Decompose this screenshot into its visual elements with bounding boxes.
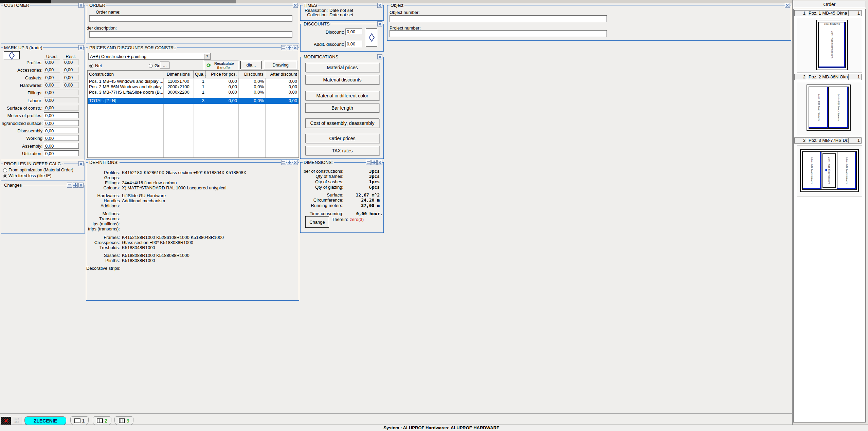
price-mode-dropdown[interactable]: A+B) Construction + painting ▼ [88, 53, 211, 60]
markup-used-field: 0,00 [44, 59, 60, 65]
position-1-thumbnail[interactable]: 1027,5x1627,5 24=4+4/16 float+niskoem. [797, 18, 862, 73]
markup-input-field[interactable]: 0,00 [44, 120, 79, 126]
tab-zlecenie-label: ZLECENIE [34, 418, 57, 424]
minimize-icon[interactable] [366, 160, 371, 165]
order-sidebar-titlebar[interactable]: Order [793, 1, 866, 8]
gross-radio[interactable] [149, 63, 153, 68]
maximize-icon[interactable] [287, 45, 292, 50]
list-item-qty[interactable]: 1 [848, 137, 862, 144]
from-optimization-radio[interactable] [3, 168, 7, 173]
list-item-qty[interactable]: 1 [848, 74, 862, 80]
order-name-input[interactable] [89, 15, 292, 22]
more-options-button[interactable]: ... [160, 61, 169, 69]
col-header-discounts[interactable]: Discounts [238, 71, 265, 78]
minimize-icon[interactable] [67, 183, 72, 188]
list-item-qty[interactable]: 1 [848, 10, 862, 16]
markup-input-field[interactable]: 0,00 [44, 135, 79, 141]
col-header-after-discount[interactable]: After discount [265, 71, 299, 78]
recalculate-offer-button[interactable]: ⟳ Recalculate the offer [204, 60, 239, 71]
tab-zlecenie[interactable]: ZLECENIE [24, 416, 66, 425]
price-mode-value: A+B) Construction + painting [90, 54, 146, 59]
markup-input-field[interactable]: 0,00 [44, 150, 79, 156]
list-item-label[interactable]: Poz. 2 MB-86N Okna [807, 74, 849, 80]
change-button[interactable]: Change [305, 216, 329, 228]
customer-panel-title: CUSTOMER [3, 3, 30, 8]
order-sidebar: Order 1 Poz. 1 MB-45 Okna 1 1027,5x1627,… [793, 0, 868, 425]
col-header-construction[interactable]: Construction [88, 71, 163, 78]
markup-row-label: Fillings: [2, 90, 42, 95]
dimension-label: Running meters: [301, 203, 343, 208]
col-header-dimensions[interactable]: Dimensions [163, 71, 194, 78]
minimize-icon[interactable] [281, 45, 286, 50]
status-bar-text: System : ALUPROF Hardwares: ALUPROF-HARD… [383, 425, 499, 430]
close-icon[interactable] [293, 45, 298, 50]
markup-input-field[interactable]: 0,00 [44, 112, 79, 118]
close-icon[interactable] [78, 183, 84, 188]
discount-input[interactable] [345, 29, 362, 35]
definition-label: Frames: [86, 235, 120, 240]
list-item[interactable]: 3 [794, 137, 807, 144]
bar-length-button[interactable]: Bar length [305, 103, 379, 113]
table-total-row[interactable]: TOTAL: [PLN] 30,00 0,0%0,00 [88, 98, 299, 104]
close-icon[interactable] [377, 160, 382, 165]
close-icon[interactable] [377, 54, 382, 59]
from-optimization-label: From optimization (Material Order) [8, 168, 73, 173]
tax-rates-button[interactable]: TAX rates [305, 146, 379, 155]
col-header-quantity[interactable]: Qua... [194, 71, 206, 78]
definition-label: Hardwares: [86, 193, 120, 198]
table-row[interactable]: Pos. 1 MB-45 Windows and display ...1100… [88, 79, 299, 85]
list-item-label[interactable]: Poz. 1 MB-45 Okna [807, 10, 849, 16]
cost-assembly-button[interactable]: Cost of assembly, deassembly [305, 118, 379, 128]
chevron-down-icon[interactable]: ▼ [204, 54, 210, 59]
tab-position-1[interactable]: 1 [70, 416, 89, 425]
drawing-button[interactable]: Drawing [264, 61, 297, 69]
net-radio[interactable] [89, 63, 93, 68]
order-prices-button[interactable]: Order prices [305, 134, 379, 143]
object-number-input[interactable] [390, 15, 607, 22]
dimension-label: Qty of frames: [301, 174, 343, 179]
window-3-icon [119, 418, 125, 423]
dimension-value: 12,67 m^2 [345, 192, 380, 198]
maximize-icon[interactable] [287, 160, 292, 165]
markup-input-field[interactable]: 0,00 [44, 143, 79, 149]
constructions-table: Construction Dimensions Qua... Price for… [87, 70, 299, 158]
position-2-thumbnail[interactable]: 24=4+4/16 float+niskoem. 24=4+4/16 float… [797, 82, 862, 136]
order-description-label: der description: [87, 25, 117, 31]
minimize-icon[interactable] [281, 160, 286, 165]
numbering-button[interactable]: 123abc [12, 417, 21, 425]
maximize-icon[interactable] [73, 183, 78, 188]
tab-position-3[interactable]: 3 [114, 416, 133, 425]
close-all-button[interactable]: ✕ [1, 417, 11, 425]
markup-input-field[interactable]: 0,00 [44, 128, 79, 133]
close-icon[interactable] [377, 21, 382, 26]
close-icon[interactable] [293, 3, 298, 8]
maximize-icon[interactable] [372, 160, 377, 165]
material-discounts-button[interactable]: Material discounts [305, 75, 379, 85]
material-prices-button[interactable]: Material prices [305, 63, 379, 72]
dimension-value: 1pcs [345, 179, 380, 184]
close-icon[interactable] [785, 3, 790, 8]
position-3-thumbnail[interactable]: 24=4+4/16 float+niskoem. 24=4+4/16 float… [797, 145, 862, 197]
close-icon[interactable] [78, 45, 84, 50]
dla-button[interactable]: dla... [240, 61, 262, 69]
list-item-label[interactable]: Poz. 3 MB-77HS Drz [807, 137, 849, 144]
close-icon[interactable] [78, 161, 84, 166]
table-row[interactable]: Pos. 2 MB-86N Windows and display...2000… [88, 84, 299, 90]
material-different-color-button[interactable]: Material in different color [305, 91, 379, 100]
dimensions-panel-title: DIMENSIONS: [303, 160, 334, 165]
list-item[interactable]: 2 [794, 74, 807, 80]
col-header-price[interactable]: Price for pcs. [206, 71, 238, 78]
addit-discount-input[interactable] [345, 41, 362, 47]
markup-apply-button[interactable] [4, 51, 20, 59]
project-number-input[interactable] [390, 30, 607, 37]
close-icon[interactable] [293, 160, 298, 165]
table-row[interactable]: Pos. 3 MB-77HS Lift&Slide doors (B...300… [88, 90, 299, 95]
changes-panel-title: Changes [3, 183, 23, 188]
tab-position-2[interactable]: 2 [93, 416, 111, 425]
fixed-loss-radio[interactable] [3, 173, 7, 179]
close-icon[interactable] [78, 3, 84, 8]
order-description-input[interactable] [89, 31, 292, 38]
discounts-apply-button[interactable] [366, 28, 377, 47]
list-item[interactable]: 1 [794, 10, 807, 16]
close-icon[interactable] [377, 3, 382, 8]
